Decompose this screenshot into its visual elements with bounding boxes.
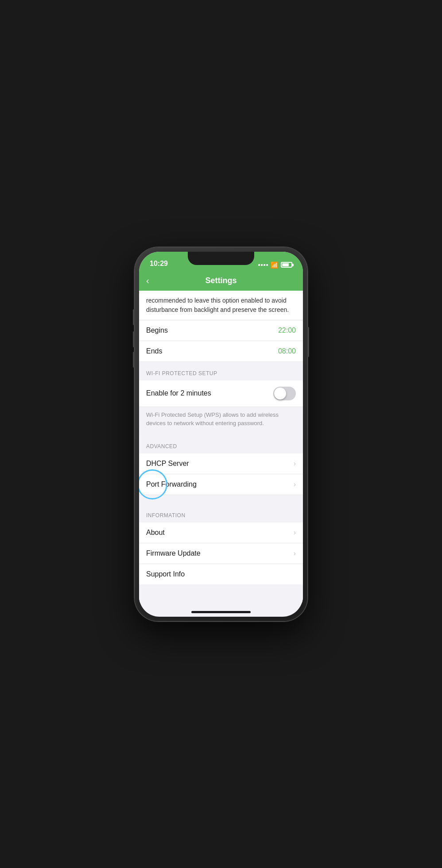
- dhcp-chevron-icon: ›: [294, 460, 296, 468]
- battery-icon: [281, 262, 292, 268]
- ends-label: Ends: [146, 347, 162, 355]
- status-time: 10:29: [150, 260, 168, 269]
- support-info-row[interactable]: Support Info: [139, 564, 303, 584]
- wifi-icon: 📶: [271, 261, 278, 269]
- begins-value: 22:00: [278, 326, 296, 334]
- scroll-content: recommended to leave this option enabled…: [139, 291, 303, 603]
- advanced-title: ADVANCED: [146, 443, 177, 449]
- begins-row[interactable]: Begins 22:00: [139, 320, 303, 341]
- port-forwarding-chevron-icon: ›: [294, 480, 296, 488]
- nav-bar: ‹ Settings: [139, 271, 303, 291]
- information-section-header: INFORMATION: [139, 504, 303, 522]
- information-title: INFORMATION: [146, 512, 186, 518]
- spacer-1: [139, 495, 303, 504]
- page-title: Settings: [205, 276, 237, 285]
- firmware-update-chevron-icon: ›: [294, 549, 296, 557]
- signal-icon: [258, 264, 268, 266]
- top-description: recommended to leave this option enabled…: [139, 291, 303, 320]
- begins-label: Begins: [146, 326, 168, 334]
- wps-enable-row[interactable]: Enable for 2 minutes: [139, 380, 303, 407]
- status-icons: 📶: [258, 261, 292, 269]
- wps-description-text: Wi-Fi Protected Setup (WPS) allows to ad…: [146, 411, 279, 427]
- phone-frame: 10:29 📶 ‹ Settings: [135, 247, 307, 621]
- about-chevron-icon: ›: [294, 529, 296, 537]
- firmware-update-row[interactable]: Firmware Update ›: [139, 543, 303, 564]
- wifi-setup-title: WI-FI PROTECTED SETUP: [146, 370, 217, 376]
- notch: [188, 252, 254, 265]
- wifi-setup-section-header: WI-FI PROTECTED SETUP: [139, 362, 303, 380]
- bottom-spacer: [139, 584, 303, 602]
- wps-enable-label: Enable for 2 minutes: [146, 389, 211, 397]
- ends-value: 08:00: [278, 347, 296, 355]
- toggle-knob: [274, 388, 286, 399]
- support-info-label: Support Info: [146, 570, 185, 578]
- description-text: recommended to leave this option enabled…: [146, 297, 289, 313]
- back-button[interactable]: ‹: [146, 276, 149, 286]
- about-row[interactable]: About ›: [139, 522, 303, 543]
- home-indicator: [191, 611, 251, 613]
- dhcp-label: DHCP Server: [146, 460, 189, 468]
- about-label: About: [146, 529, 165, 537]
- wps-description: Wi-Fi Protected Setup (WPS) allows to ad…: [139, 407, 303, 435]
- advanced-section-header: ADVANCED: [139, 435, 303, 453]
- port-forwarding-row[interactable]: Port Forwarding ›: [139, 474, 303, 495]
- dhcp-server-row[interactable]: DHCP Server ›: [139, 453, 303, 474]
- wps-toggle[interactable]: [273, 387, 296, 400]
- ends-row[interactable]: Ends 08:00: [139, 341, 303, 362]
- firmware-update-label: Firmware Update: [146, 549, 201, 557]
- port-forwarding-label: Port Forwarding: [146, 480, 197, 488]
- phone-screen: 10:29 📶 ‹ Settings: [139, 252, 303, 617]
